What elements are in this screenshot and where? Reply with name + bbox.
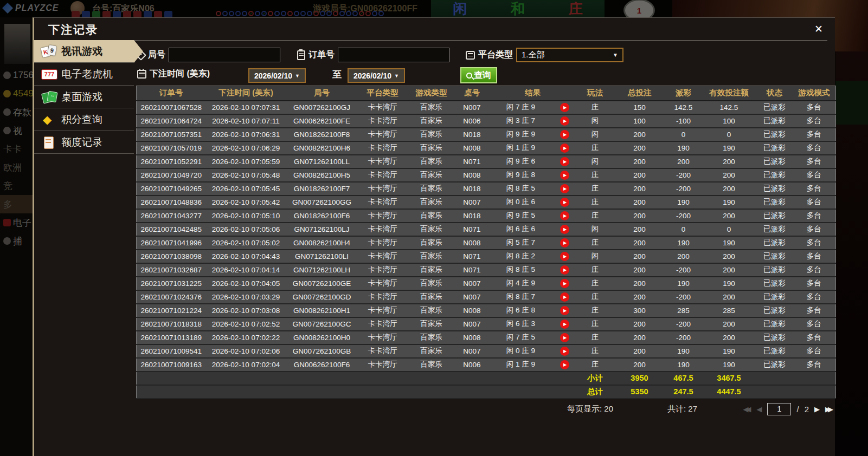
table-header-row: 订单号 下注时间 (美东) 局号 平台类型 游戏类型 桌号 结果 玩法 总投注 … xyxy=(137,86,836,101)
cell-payout: 200 xyxy=(666,250,702,263)
cell-replay xyxy=(553,358,577,372)
date-to-select[interactable]: 2026/02/10 ▼ xyxy=(348,68,405,83)
cell-replay xyxy=(553,331,577,344)
order-number-input[interactable] xyxy=(338,48,449,62)
play-replay-icon[interactable] xyxy=(560,157,569,166)
play-replay-icon[interactable] xyxy=(560,306,569,315)
cell-order: 260210071048836 xyxy=(137,196,206,209)
next-page-icon[interactable]: ▶ xyxy=(814,405,820,413)
cell-bet-time: 2026-02-10 07:05:59 xyxy=(206,155,286,168)
cell-valid-bet: 200 xyxy=(702,182,757,196)
cell-order: 260210071018318 xyxy=(137,317,206,331)
play-replay-icon[interactable] xyxy=(560,198,569,207)
cell-total-bet: 200 xyxy=(614,209,666,223)
cell-table-no: N008 xyxy=(455,141,489,155)
cell-table-no: N008 xyxy=(455,304,489,317)
cell-bet-side: 闲 xyxy=(577,250,614,263)
platform-type-select[interactable]: 1.全部 ▼ xyxy=(516,48,623,62)
cell-result: 闲 6 庄 3 xyxy=(489,317,553,331)
query-button[interactable]: 查询 xyxy=(460,67,497,83)
chevron-down-icon: ▼ xyxy=(394,73,399,79)
play-replay-icon[interactable] xyxy=(560,292,569,302)
tab-label: 电子老虎机 xyxy=(61,67,113,81)
play-replay-icon[interactable] xyxy=(560,103,569,112)
play-replay-icon[interactable] xyxy=(560,238,569,247)
cell-status: 已派彩 xyxy=(757,223,793,236)
play-replay-icon[interactable] xyxy=(560,116,569,126)
close-icon[interactable]: ✕ xyxy=(814,23,823,35)
cell-replay xyxy=(553,236,577,250)
play-replay-icon[interactable] xyxy=(560,144,569,153)
tab-table-games[interactable]: 桌面游戏 xyxy=(34,86,134,108)
play-replay-icon[interactable] xyxy=(560,360,569,369)
tab-slots[interactable]: 电子老虎机 xyxy=(34,63,134,86)
cell-game-type: 百家乐 xyxy=(408,250,455,263)
cell-result: 闲 7 庄 9 xyxy=(489,101,553,114)
play-replay-icon[interactable] xyxy=(560,184,569,193)
play-replay-icon[interactable] xyxy=(560,320,569,329)
cell-table-no: N018 xyxy=(455,128,489,141)
cell-platform: 卡卡湾厅 xyxy=(358,344,408,358)
prev-page-icon[interactable]: ◀ xyxy=(756,405,762,413)
play-replay-icon[interactable] xyxy=(560,265,569,275)
cell-order: 260210071067528 xyxy=(137,101,206,114)
cell-bet-side: 庄 xyxy=(577,196,614,209)
play-replay-icon[interactable] xyxy=(560,130,569,139)
table-row: 260210071052291 2026-02-10 07:05:59 GN07… xyxy=(137,155,836,168)
col-platform: 平台类型 xyxy=(358,86,408,101)
cell-order: 260210071057019 xyxy=(137,141,206,155)
play-replay-icon[interactable] xyxy=(560,333,569,342)
cell-game-mode: 多台 xyxy=(793,277,836,290)
table-row: 260210071031225 2026-02-10 07:04:05 GN00… xyxy=(137,277,836,290)
date-from-select[interactable]: 2026/02/10 ▼ xyxy=(248,68,306,83)
cell-bet-side: 庄 xyxy=(577,304,614,317)
cell-game-mode: 多台 xyxy=(793,128,836,141)
play-replay-icon[interactable] xyxy=(560,211,569,220)
cell-round: GN006262100FE xyxy=(286,114,358,128)
tab-quota-records[interactable]: 额度记录 xyxy=(34,131,134,154)
cell-platform: 卡卡湾厅 xyxy=(358,101,408,114)
cell-game-type: 百家乐 xyxy=(408,236,455,250)
tab-label: 额度记录 xyxy=(61,135,102,149)
tab-video-games[interactable]: 视讯游戏 xyxy=(34,40,134,63)
cell-game-type: 百家乐 xyxy=(408,128,455,141)
play-replay-icon[interactable] xyxy=(560,252,569,261)
cell-result: 闲 7 庄 5 xyxy=(489,331,553,344)
play-replay-icon[interactable] xyxy=(560,279,569,288)
cell-game-mode: 多台 xyxy=(793,263,836,277)
play-replay-icon[interactable] xyxy=(560,171,569,180)
tab-points-query[interactable]: 积分查询 xyxy=(34,108,134,131)
cell-total-bet: 100 xyxy=(614,114,666,128)
current-page-input[interactable]: 1 xyxy=(767,403,791,415)
cell-table-no: N007 xyxy=(455,290,489,304)
cell-platform: 卡卡湾厅 xyxy=(358,277,408,290)
play-replay-icon[interactable] xyxy=(560,347,569,356)
cell-game-mode: 多台 xyxy=(793,304,836,317)
cell-status: 已派彩 xyxy=(757,277,793,290)
cell-table-no: N018 xyxy=(455,209,489,223)
cell-game-mode: 多台 xyxy=(793,236,836,250)
cell-bet-time: 2026-02-10 07:05:10 xyxy=(206,209,286,223)
cell-replay xyxy=(553,141,577,155)
cell-table-no: N071 xyxy=(455,263,489,277)
last-page-icon[interactable]: ▶▶ xyxy=(825,405,833,413)
search-icon xyxy=(466,73,472,79)
cell-replay xyxy=(553,101,577,114)
cell-status: 已派彩 xyxy=(757,101,793,114)
cell-total-bet: 200 xyxy=(614,182,666,196)
cell-game-mode: 多台 xyxy=(793,141,836,155)
cell-bet-side: 庄 xyxy=(577,331,614,344)
cell-platform: 卡卡湾厅 xyxy=(358,331,408,344)
cell-round: GN018262100F6 xyxy=(286,209,358,223)
cell-table-no: N007 xyxy=(455,277,489,290)
cell-valid-bet: 200 xyxy=(702,290,757,304)
grand-total-row: 总计 5350 247.5 4447.5 xyxy=(137,385,836,399)
cell-status: 已派彩 xyxy=(757,358,793,372)
play-replay-icon[interactable] xyxy=(560,225,569,234)
first-page-icon[interactable]: ◀◀ xyxy=(743,405,751,413)
cell-bet-side: 闲 xyxy=(577,128,614,141)
cell-platform: 卡卡湾厅 xyxy=(358,114,408,128)
round-number-input[interactable] xyxy=(169,48,280,62)
col-bet-time: 下注时间 (美东) xyxy=(206,86,286,101)
table-row: 260210071064724 2026-02-10 07:07:11 GN00… xyxy=(137,114,836,128)
